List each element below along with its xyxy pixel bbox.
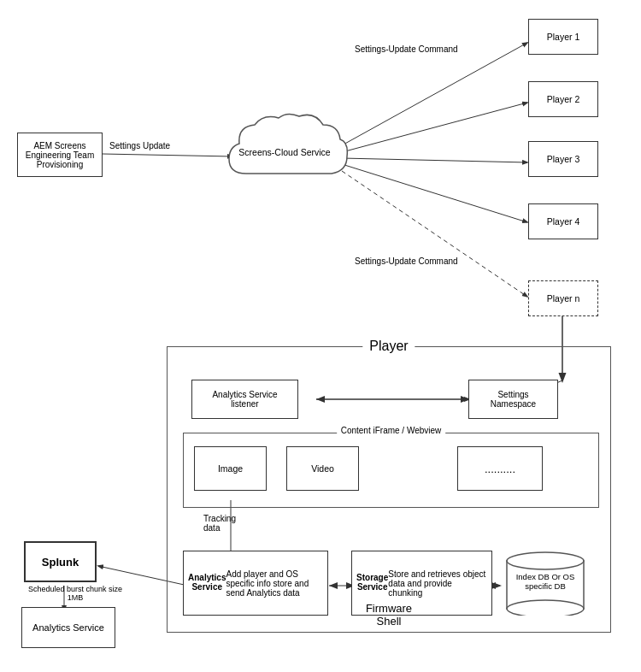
cmd-label-1: Settings-Update Command xyxy=(355,44,458,54)
cloud-shape: Screens-Cloud Service xyxy=(221,109,349,195)
player2-box: Player 2 xyxy=(528,81,598,117)
index-db-label: Index DB Or OSspecific DB xyxy=(503,572,588,591)
cloud-label: Screens-Cloud Service xyxy=(221,109,349,195)
player-title: Player xyxy=(362,339,415,354)
content-iframe-container: Content iFrame / Webview Image Video ...… xyxy=(183,433,599,508)
cmd-label-2: Settings-Update Command xyxy=(355,256,458,266)
svg-line-0 xyxy=(103,154,232,156)
aem-box: AEM Screens Engineering Team Provisionin… xyxy=(17,133,103,177)
player4-box: Player 4 xyxy=(528,203,598,239)
index-db-box: Index DB Or OSspecific DB xyxy=(503,551,588,616)
firmware-label: FirmwareShell xyxy=(366,602,412,628)
analytics-service-inner-box: Analytics Service Add player and OS spec… xyxy=(183,551,328,616)
splunk-box: Splunk xyxy=(24,541,97,582)
svg-line-1 xyxy=(342,43,527,145)
analytics-service-ext-box: Analytics Service xyxy=(21,607,115,648)
svg-point-25 xyxy=(507,600,584,616)
image-box: Image xyxy=(194,446,267,491)
diagram: AEM Screens Engineering Team Provisionin… xyxy=(0,0,641,672)
playern-box: Player n xyxy=(528,280,598,316)
scheduled-burst-label: Scheduled burst chunk size 1MB xyxy=(24,585,126,602)
analytics-listener-box: Analytics Servicelistener xyxy=(191,380,298,419)
video-box: Video xyxy=(286,446,359,491)
svg-line-3 xyxy=(342,158,527,162)
dots-box: .......... xyxy=(457,446,543,491)
settings-update-label: Settings Update xyxy=(109,141,170,150)
svg-line-5 xyxy=(342,171,527,297)
svg-line-2 xyxy=(342,103,527,152)
player1-box: Player 1 xyxy=(528,19,598,55)
player3-box: Player 3 xyxy=(528,141,598,177)
content-iframe-label: Content iFrame / Webview xyxy=(337,426,446,435)
tracking-data-label: Trackingdata xyxy=(203,514,236,533)
settings-namespace-box: SettingsNamespace xyxy=(468,380,558,419)
player-container: Player Analytics Servicelistener Setting… xyxy=(167,346,611,633)
svg-line-4 xyxy=(342,164,527,222)
svg-point-24 xyxy=(507,552,584,569)
